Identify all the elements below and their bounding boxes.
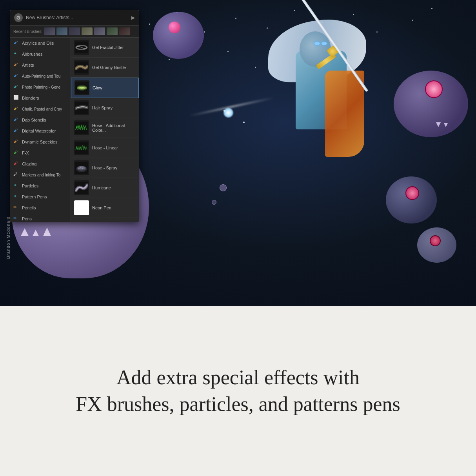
- sidebar-item-dab-stencils[interactable]: 🖌 Dab Stencils: [10, 114, 71, 125]
- sidebar-item-dynamic-speckles[interactable]: 🖌 Dynamic Speckles: [10, 136, 71, 147]
- brush-name-glow: Glow: [93, 85, 102, 90]
- panel-header[interactable]: ⚙ New Brushes: Artists... ▶: [10, 10, 139, 25]
- brush-stroke-svg-hair-spray: [75, 102, 88, 114]
- brush-icon-artists: 🖌: [13, 62, 20, 68]
- svg-point-7: [80, 87, 84, 89]
- svg-rect-21: [75, 202, 88, 214]
- recent-brush-thumb-3[interactable]: [69, 27, 80, 35]
- brush-name-hair-spray: Hair Spray: [92, 105, 113, 110]
- bubble-2: [212, 200, 216, 205]
- recent-brush-thumb-2[interactable]: [56, 27, 67, 35]
- brush-icon-blenders: ⬜: [13, 95, 20, 101]
- brush-panel: ⚙ New Brushes: Artists... ▶ Recent Brush…: [10, 10, 139, 222]
- creature-right-1-teeth: [435, 122, 449, 129]
- brush-icon-dynamic: 🖌: [13, 139, 20, 145]
- brush-preview-hair-spray: [74, 100, 89, 115]
- brush-icon-fx: 🖌: [13, 150, 20, 156]
- creature-teeth: [20, 227, 52, 238]
- brush-item-gel-fractal[interactable]: Gel Fractal Jitter: [71, 38, 139, 58]
- panel-title: New Brushes: Artists...: [26, 15, 128, 20]
- sidebar-item-dab-label: Dab Stencils: [22, 118, 46, 122]
- svg-point-19: [80, 169, 80, 170]
- panel-expand-arrow[interactable]: ▶: [131, 15, 135, 20]
- tagline: Add extra special effects with FX brushe…: [76, 364, 400, 417]
- bottom-section: Add extra special effects with FX brushe…: [0, 306, 476, 476]
- sidebar-item-airbrushes-label: Airbrushes: [22, 52, 43, 56]
- brush-item-hose-linear[interactable]: Hose - Linear: [71, 138, 139, 158]
- sidebar-item-particles[interactable]: ✦ Particles: [10, 180, 71, 191]
- sidebar-item-photo-painting[interactable]: 🖌 Photo Painting - Gene: [10, 82, 71, 93]
- sidebar-item-blenders[interactable]: ⬜ Blenders: [10, 93, 71, 104]
- brush-name-hose-linear: Hose - Linear: [92, 145, 118, 150]
- brush-item-glow[interactable]: Glow: [71, 78, 139, 98]
- sidebar-item-pattern-label: Pattern Pens: [22, 194, 47, 199]
- svg-point-16: [80, 167, 81, 168]
- sidebar-item-autopainting[interactable]: 🖌 Auto-Painting and Tou: [10, 71, 71, 82]
- brush-item-hurricane[interactable]: Hurricane: [71, 178, 139, 198]
- sidebar-item-photo-label: Photo Painting - Gene: [22, 85, 60, 89]
- brush-icon-acrylics: 🖌: [13, 40, 20, 46]
- brush-item-hose-additional[interactable]: Hose - Additional Color...: [71, 118, 139, 138]
- svg-point-18: [84, 169, 85, 169]
- recent-brushes-label: Recent Brushes:: [13, 29, 42, 34]
- brush-stroke-svg-neon-pen: [75, 202, 88, 214]
- sidebar-item-glazing[interactable]: 🖌 Glazing: [10, 158, 71, 169]
- brush-icon-pencils: ✏: [13, 205, 20, 211]
- sidebar-item-fx-label: F-X: [22, 151, 29, 155]
- recent-brush-thumb-4[interactable]: [82, 27, 93, 35]
- sidebar-item-watercolor-label: Digital Watercolor: [22, 129, 56, 133]
- brush-icon-pattern: ✦: [13, 194, 20, 200]
- sidebar-item-particles-label: Particles: [22, 183, 38, 188]
- brush-preview-hose-spray: [74, 160, 89, 175]
- creature-right-2: [386, 176, 437, 223]
- warrior-eye-left: [314, 42, 320, 45]
- recent-brush-thumb-6[interactable]: [107, 27, 118, 35]
- sidebar-item-pencils[interactable]: ✏ Pencils: [10, 202, 71, 213]
- sidebar-item-pattern-pens[interactable]: ✦ Pattern Pens: [10, 191, 71, 202]
- brush-item-hose-spray[interactable]: Hose - Spray: [71, 158, 139, 178]
- recent-brush-thumb-5[interactable]: [94, 27, 105, 35]
- brush-item-hair-spray[interactable]: Hair Spray: [71, 98, 139, 118]
- sidebar-item-pencils-label: Pencils: [22, 205, 36, 210]
- sidebar-item-pens[interactable]: ✏ Pens: [10, 213, 71, 222]
- recent-brushes-row: Recent Brushes:: [10, 25, 139, 38]
- tagline-line2: FX brushes, particles, and patterns pens: [76, 393, 400, 415]
- svg-point-14: [78, 166, 85, 169]
- sidebar-item-markers-label: Markers and Inking To: [22, 173, 60, 177]
- brush-icon-watercolor: 🖌: [13, 128, 20, 134]
- panel-content: 🖌 Acrylics and Oils ✦ Airbrushes 🖌 Artis…: [10, 38, 139, 222]
- sidebar-item-artists[interactable]: 🖌 Artists: [10, 60, 71, 71]
- recent-brush-thumb-7[interactable]: [119, 27, 130, 35]
- creature-bottom-right-eye: [430, 235, 441, 246]
- brush-stroke-svg-glow: [75, 82, 89, 94]
- sidebar-item-fx[interactable]: 🖌 F-X: [10, 147, 71, 158]
- left-category-list: 🖌 Acrylics and Oils ✦ Airbrushes 🖌 Artis…: [10, 38, 71, 222]
- brush-preview-glow: [74, 80, 89, 95]
- brush-stroke-svg-gel-grainy: [75, 62, 88, 73]
- brush-icon-photo: 🖌: [13, 84, 20, 90]
- recent-brush-thumb-1[interactable]: [44, 27, 55, 35]
- brush-name-neon-pen: Neon Pen: [92, 205, 111, 210]
- brush-name-hose-spray: Hose - Spray: [92, 165, 117, 170]
- brush-stroke-svg-hose-spray: [75, 162, 88, 174]
- bubble-1: [220, 184, 227, 191]
- sidebar-item-markers[interactable]: 🖊 Markers and Inking To: [10, 169, 71, 180]
- sidebar-item-digital-watercolor[interactable]: 🖌 Digital Watercolor: [10, 125, 71, 136]
- brush-item-neon-pen[interactable]: Neon Pen: [71, 198, 139, 218]
- brush-preview-neon-pen: [74, 200, 89, 215]
- attribution-text: Brandon Mcdonald: [6, 216, 11, 259]
- brush-stroke-svg-gel-fractal: [75, 42, 88, 53]
- sidebar-item-chalk-label: Chalk, Pastel and Cray: [22, 107, 62, 111]
- tagline-line1: Add extra special effects with: [116, 366, 360, 389]
- sidebar-item-artists-label: Artists: [22, 63, 34, 67]
- sidebar-item-acrylics-label: Acrylics and Oils: [22, 41, 54, 45]
- sidebar-item-acrylics[interactable]: 🖌 Acrylics and Oils: [10, 38, 71, 49]
- brush-item-gel-grainy[interactable]: Gel Grainy Bristle: [71, 58, 139, 78]
- glow-orb: [223, 108, 233, 118]
- sidebar-item-airbrushes[interactable]: ✦ Airbrushes: [10, 49, 71, 60]
- creature-top-left-eye: [169, 22, 180, 33]
- sidebar-item-chalk[interactable]: 🖌 Chalk, Pastel and Cray: [10, 104, 71, 114]
- gear-icon[interactable]: ⚙: [14, 13, 23, 22]
- sidebar-item-autopainting-label: Auto-Painting and Tou: [22, 74, 60, 78]
- sidebar-item-glazing-label: Glazing: [22, 162, 36, 166]
